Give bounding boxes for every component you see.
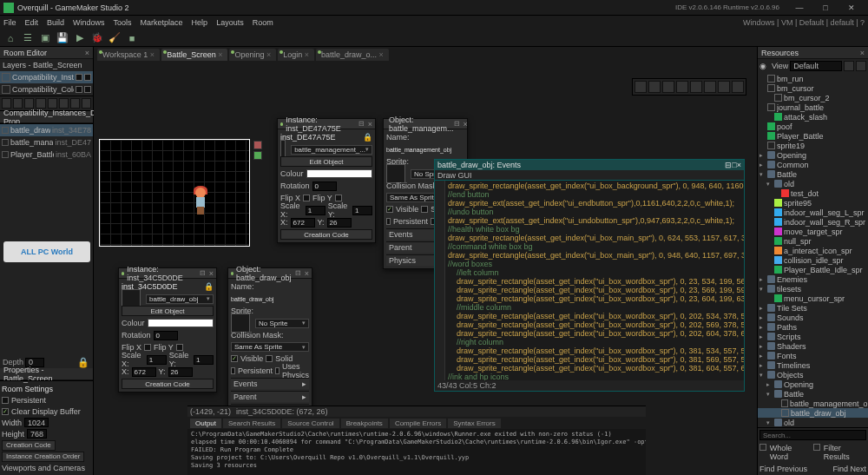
creation-code-button[interactable]: Creation Code <box>280 229 372 240</box>
tree-item[interactable]: ▾Objects <box>758 370 868 379</box>
workspace-tab[interactable]: Login × <box>278 49 314 61</box>
visible-checkbox[interactable] <box>231 355 238 362</box>
workspace-tab[interactable]: battle_draw_o... × <box>316 49 389 61</box>
physics-section[interactable]: Physics <box>389 256 416 265</box>
minimize-button[interactable]: — <box>786 0 812 16</box>
close-icon[interactable]: × <box>464 120 468 129</box>
scaley-input[interactable]: 1 <box>194 355 214 365</box>
physics-checkbox[interactable] <box>275 367 279 374</box>
scaley-input[interactable]: 1 <box>352 206 372 215</box>
tree-item[interactable]: Player_Battle <box>758 131 868 141</box>
output-tab[interactable]: Breakpoints <box>341 419 388 428</box>
width-input[interactable]: 1024 <box>24 418 49 427</box>
output-tab[interactable]: Syntax Errors <box>448 419 500 428</box>
workspace-tab[interactable]: Battle_Screen × <box>161 49 227 61</box>
sprite-select[interactable]: battle_draw_obj <box>146 294 214 304</box>
lock-icon[interactable]: 🔒 <box>363 133 372 142</box>
rotation-input[interactable]: 0 <box>312 181 337 191</box>
open-button[interactable]: ▣ <box>38 31 52 45</box>
add-button[interactable] <box>844 61 854 71</box>
tree-item[interactable]: collision_idle_spr <box>758 255 868 265</box>
solid-checkbox[interactable] <box>266 355 273 362</box>
tree-item[interactable]: ▸Common <box>758 160 868 169</box>
height-input[interactable]: 768 <box>27 429 47 439</box>
tree-item[interactable]: ▸Opening <box>758 150 868 160</box>
expand-icon[interactable]: ▸ <box>302 379 306 388</box>
y-input[interactable]: 26 <box>168 367 193 377</box>
layer-delete-icon[interactable] <box>82 98 91 109</box>
visible-checkbox[interactable] <box>386 206 393 213</box>
instance-marker[interactable] <box>253 151 262 160</box>
creation-code-button[interactable]: Creation Code <box>122 379 214 389</box>
flipy-checkbox[interactable] <box>335 195 342 201</box>
flipx-checkbox[interactable] <box>303 195 310 201</box>
tree-item[interactable]: ▸Scripts <box>758 332 868 341</box>
workspace-tab[interactable]: Opening × <box>229 49 276 61</box>
save-button[interactable]: 💾 <box>56 31 69 45</box>
creation-code-button[interactable]: Creation Code <box>2 440 56 451</box>
colour-picker[interactable] <box>148 319 214 327</box>
layer-tool-icon[interactable] <box>70 98 80 109</box>
run-button[interactable]: ▶ <box>73 31 87 45</box>
code-tab[interactable]: Draw GUI <box>437 171 472 180</box>
menu-edit[interactable]: Edit <box>25 18 39 27</box>
parent-section[interactable]: Parent <box>233 393 257 401</box>
pin-icon[interactable]: ⊟ <box>200 269 206 277</box>
tree-item[interactable]: null_spr <box>758 236 868 246</box>
edit-object-button[interactable]: Edit Object <box>280 156 372 167</box>
minimize-icon[interactable]: ⊟ <box>725 161 732 169</box>
tree-item[interactable]: poof <box>758 122 868 131</box>
tree-item[interactable]: battle_draw_obj <box>758 408 868 418</box>
rotation-input[interactable]: 0 <box>154 331 178 340</box>
tree-item[interactable]: ▸Sounds <box>758 313 868 322</box>
y-input[interactable]: 26 <box>327 218 352 228</box>
resource-tree[interactable]: bm_runbm_cursorbm_cursor_2journal_battle… <box>758 73 868 427</box>
expand-icon[interactable]: ▸ <box>302 393 306 401</box>
layer-tool-icon[interactable] <box>48 98 57 109</box>
instance-row[interactable]: battle_draw_objinst_34E78 <box>0 124 93 136</box>
mask-select[interactable]: Same As Sprite <box>231 342 309 352</box>
tree-item[interactable]: battle_management_obj <box>758 399 868 408</box>
viewports-label[interactable]: Viewports and Cameras <box>2 464 85 472</box>
tree-item[interactable]: ▸Paths <box>758 322 868 332</box>
stop-button[interactable]: ■ <box>125 31 139 45</box>
tree-item[interactable]: ▾Battle <box>758 169 868 179</box>
tree-item[interactable]: bm_run <box>758 74 868 83</box>
tree-item[interactable]: ▸Opening <box>758 379 868 389</box>
tree-item[interactable]: sprite19 <box>758 141 868 150</box>
layer-tool-icon[interactable] <box>59 98 69 109</box>
code-editor[interactable]: battle_draw_obj: Events⊟□× Draw GUI draw… <box>434 159 745 392</box>
output-tab[interactable]: Search Results <box>223 419 280 428</box>
layer-tool-icon[interactable] <box>2 98 11 109</box>
edit-object-button[interactable]: Edit Object <box>122 306 214 316</box>
close-icon[interactable]: × <box>305 269 309 278</box>
tree-item[interactable]: ▸Enemies <box>758 274 868 284</box>
tree-item[interactable]: a_interact_icon_spr <box>758 246 868 255</box>
tree-item[interactable]: journal_battle <box>758 102 868 112</box>
view-select[interactable]: Default <box>790 61 842 71</box>
tree-item[interactable]: bm_cursor_2 <box>758 93 868 102</box>
object-name-input[interactable]: battle_management_obj <box>386 147 451 153</box>
canvas-icon[interactable] <box>732 81 744 93</box>
instance-inspector-2[interactable]: Instance: inst_34C5D0DE⊟× inst_34C5D0DE🔒… <box>118 267 217 393</box>
tree-item[interactable]: move_target_spr <box>758 227 868 236</box>
pin-icon[interactable]: ⊟ <box>295 269 301 277</box>
menu-marketplace[interactable]: Marketplace <box>141 18 183 27</box>
tree-item[interactable]: ▾tilesets <box>758 284 868 294</box>
output-tab[interactable]: Output <box>190 419 221 428</box>
close-button[interactable]: ✕ <box>838 0 865 16</box>
instance-inspector-1[interactable]: Instance: inst_DE47A75E⊟× inst_DE47A75E🔒… <box>277 118 376 243</box>
menu-layouts[interactable]: Layouts <box>216 18 244 27</box>
instance-marker[interactable] <box>253 141 262 149</box>
tree-item[interactable]: indoor_wall_seg_R_spr <box>758 217 868 227</box>
maximize-button[interactable]: □ <box>812 0 838 16</box>
menu-file[interactable]: File <box>3 18 16 27</box>
output-tab[interactable]: Compile Errors <box>390 419 446 428</box>
search-input[interactable] <box>760 430 866 440</box>
x-input[interactable]: 672 <box>132 367 156 377</box>
output-tab[interactable]: Source Control <box>282 419 339 428</box>
close-icon[interactable]: × <box>368 120 372 129</box>
pin-icon[interactable]: ⊟ <box>454 120 460 128</box>
canvas-icon[interactable] <box>704 81 716 93</box>
more-button[interactable] <box>856 61 866 71</box>
